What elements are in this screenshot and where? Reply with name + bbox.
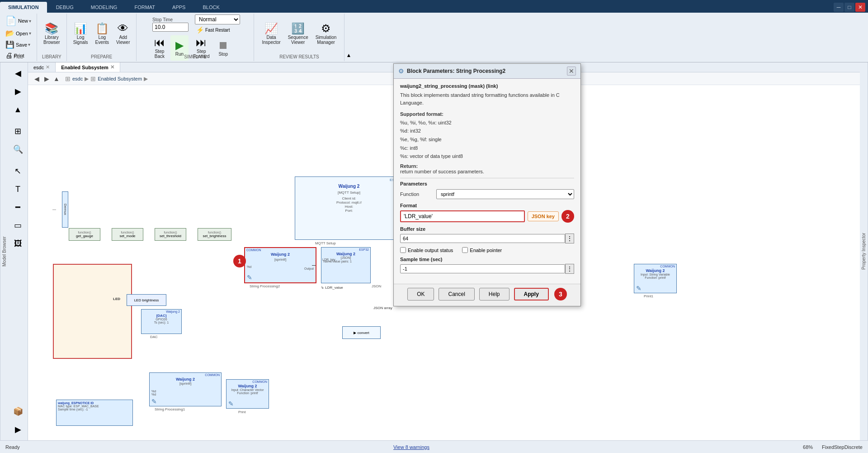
- stop-time-input[interactable]: [152, 23, 189, 32]
- ribbon-group-review: 📈 DataInspector 🔢 SequenceViewer ⚙ Simul…: [254, 14, 344, 61]
- help-button[interactable]: Help: [479, 288, 509, 300]
- sidebar-up-btn[interactable]: ▲: [10, 101, 26, 118]
- sample-time-dropdown-btn[interactable]: ⋮: [565, 264, 574, 274]
- ribbon-group-file: 📄 New ▾ 📂 Open ▾ 💾 Save ▾ 🖨 Print: [0, 14, 37, 61]
- canvas-tab-esdc[interactable]: esdc ✕: [28, 62, 56, 72]
- sidebar-image-btn[interactable]: 🖼: [10, 235, 26, 252]
- ldr-value-label: ↳ LDR_value: [321, 286, 343, 290]
- set-brightness-block[interactable]: function() set_brightness: [198, 228, 231, 241]
- save-button[interactable]: 💾 Save ▾: [4, 39, 33, 50]
- simulate-group-label: SIMULATE: [137, 54, 254, 59]
- dac-block[interactable]: Waijung 2 [DAC] GPIO26 Ts (sec): 1: [141, 309, 182, 334]
- sample-time-input[interactable]: [400, 264, 565, 273]
- get-gauge-block[interactable]: function() get_gauge: [69, 228, 100, 241]
- new-button[interactable]: 📄 New ▾: [4, 14, 33, 27]
- print1-label: Print1: [644, 294, 653, 298]
- breadcrumb-subsystem[interactable]: Enabled Subsystem: [98, 76, 142, 81]
- enable-pointer-checkbox[interactable]: Enable pointer: [462, 247, 502, 253]
- nav-back-btn[interactable]: ◀: [32, 74, 42, 84]
- dialog-body: waijung2_string_processing (mask) (link)…: [394, 79, 580, 284]
- maximize-btn[interactable]: □: [844, 3, 854, 12]
- log-signals-button[interactable]: 📊 LogSignals: [71, 21, 91, 47]
- sensor-group-box: [53, 264, 132, 359]
- set-mode-block[interactable]: function() set_mode: [112, 228, 143, 241]
- json-key-annotation: JSON key: [528, 211, 559, 221]
- ok-button[interactable]: OK: [407, 288, 434, 300]
- sidebar-run-small-btn[interactable]: ▶: [10, 421, 26, 438]
- tab-modeling[interactable]: MODELING: [83, 2, 126, 13]
- convert-block[interactable]: ▶ convert: [342, 326, 381, 339]
- enable-output-status-input[interactable]: [400, 247, 406, 253]
- sidebar-library-btn[interactable]: 📦: [10, 403, 26, 420]
- log-events-button[interactable]: 📋 LogEvents: [93, 21, 112, 47]
- sidebar-navigate-fwd-btn[interactable]: ▶: [10, 83, 26, 100]
- model-browser-panel[interactable]: Model Browser: [0, 62, 8, 440]
- library-group-label: LIBRARY: [37, 54, 66, 59]
- demux-block[interactable]: Demux: [62, 191, 68, 228]
- tab-simulation[interactable]: SIMULATION: [0, 2, 47, 13]
- breadcrumb-root[interactable]: esdc: [72, 76, 83, 81]
- enable-pointer-input[interactable]: [462, 247, 468, 253]
- sidebar-zoom-in-btn[interactable]: 🔍: [10, 141, 26, 157]
- close-esdc-tab[interactable]: ✕: [46, 64, 50, 70]
- open-button[interactable]: 📂 Open ▾: [4, 28, 33, 38]
- mqtt-setup-block[interactable]: ESP32 Waijung 2 [MQTT Setup] Client id:P…: [295, 176, 403, 240]
- sidebar-cursor-btn[interactable]: ↖: [10, 163, 26, 179]
- stop-time-label: Stop Time: [152, 17, 189, 22]
- dialog-close-btn[interactable]: ✕: [567, 67, 576, 76]
- json-output-label: JSON array: [373, 306, 392, 310]
- ribbon-collapse-btn[interactable]: ▲: [344, 51, 353, 59]
- string-processing2-block[interactable]: COMMON Waijung 2 [sprintf] Output %d ✎: [244, 247, 316, 283]
- apply-button[interactable]: Apply: [514, 288, 549, 300]
- left-sidebar: ◀ ▶ ▲ ⊞ 🔍 ↖ T ━ ▭ 🖼 📦 ▶: [8, 62, 28, 440]
- sidebar-text-btn[interactable]: T: [10, 181, 26, 197]
- string-processing1-block[interactable]: COMMON Waijung 2 [sprintf] %d%d ✎: [149, 372, 222, 406]
- led-brightness-block[interactable]: LED brightness: [127, 294, 166, 306]
- minimize-btn[interactable]: ─: [834, 3, 844, 12]
- format-input[interactable]: [400, 210, 525, 222]
- close-btn[interactable]: ✕: [855, 3, 865, 12]
- buffer-size-input[interactable]: [400, 234, 565, 243]
- set-threshold-block[interactable]: function() set_threshold: [155, 228, 186, 241]
- tab-format[interactable]: FORMAT: [126, 2, 163, 13]
- sample-time-row: ⋮: [400, 264, 574, 274]
- sidebar-area-btn[interactable]: ▭: [10, 217, 26, 234]
- add-viewer-button[interactable]: 👁 AddViewer: [113, 21, 132, 47]
- file-group-label: FILE: [0, 54, 37, 59]
- dialog-formats-section: Supported format: %u, %i, %o, %x: uint32…: [400, 110, 574, 161]
- sequence-viewer-button[interactable]: 🔢 SequenceViewer: [285, 21, 311, 47]
- status-warnings[interactable]: View 8 warnings: [393, 444, 429, 450]
- dialog-footer: OK Cancel Help Apply 3: [394, 284, 580, 306]
- fast-restart-button[interactable]: ⚡ Fast Restart: [195, 26, 240, 34]
- sidebar-line-btn[interactable]: ━: [10, 199, 26, 215]
- json-block[interactable]: ESP32 Waijung 2 [JSON] Name/Value pairs:…: [321, 247, 371, 283]
- cancel-button[interactable]: Cancel: [439, 288, 474, 300]
- simulation-manager-button[interactable]: ⚙ SimulationManager: [313, 21, 340, 47]
- tab-apps[interactable]: APPS: [164, 2, 193, 13]
- format-input-row: JSON key 2: [400, 210, 574, 223]
- dialog-description: This block implements standard string fo…: [400, 91, 574, 106]
- library-browser-button[interactable]: 📚 LibraryBrowser: [41, 21, 63, 47]
- nav-up-btn[interactable]: ▲: [52, 74, 61, 84]
- print-block[interactable]: COMMON Waijung 2 Input :Character Vector…: [226, 379, 269, 409]
- tab-debug[interactable]: DEBUG: [48, 2, 82, 13]
- tab-block[interactable]: BLOCK: [194, 2, 227, 13]
- block-parameters-dialog: ⚙ Block Parameters: String Processing2 ✕…: [393, 63, 581, 306]
- print1-block[interactable]: COMMON Waijung 2 Input :String VariableF…: [634, 264, 677, 293]
- simulation-mode-select[interactable]: Normal Accelerator Rapid Accelerator: [195, 14, 240, 24]
- property-inspector-panel[interactable]: Property Inspector: [860, 62, 868, 440]
- status-ready: Ready: [5, 444, 20, 450]
- close-enabled-subsystem-tab[interactable]: ✕: [110, 64, 114, 70]
- canvas-tab-enabled-subsystem[interactable]: Enabled Subsystem ✕: [56, 62, 120, 72]
- waijung-mac-block[interactable]: waijung_ESPNOTICE ID MAC type: ESP_MAC_B…: [56, 400, 133, 426]
- sidebar-zoom-fit-btn[interactable]: ⊞: [10, 123, 26, 139]
- sample-time-label: Sample time (sec): [400, 257, 574, 262]
- nav-fwd-btn[interactable]: ▶: [42, 74, 52, 84]
- buffer-size-dropdown-btn[interactable]: ⋮: [565, 234, 574, 243]
- enable-output-status-checkbox[interactable]: Enable output status: [400, 247, 453, 253]
- function-select[interactable]: sprintf sscanf: [436, 189, 574, 199]
- ribbon-group-library: 📚 LibraryBrowser LIBRARY: [37, 14, 67, 61]
- data-inspector-button[interactable]: 📈 DataInspector: [259, 21, 283, 47]
- annotation-1: 1: [233, 255, 246, 267]
- ribbon-tabs: SIMULATION DEBUG MODELING FORMAT APPS BL…: [0, 0, 868, 13]
